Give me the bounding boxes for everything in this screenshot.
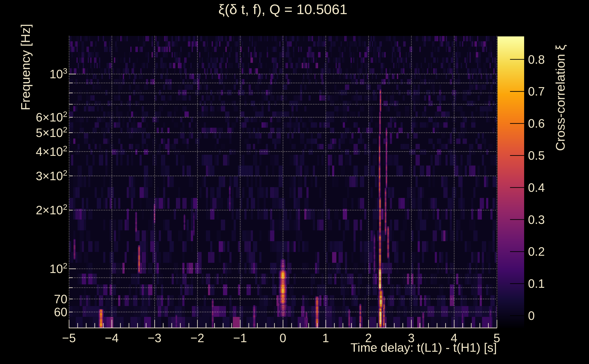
- colorbar-tick-label: 0.3: [528, 213, 545, 226]
- x-tick-label: −5: [62, 331, 76, 345]
- y-tick-exponent: 2: [63, 261, 67, 270]
- plot-title: ξ(δ t, f), Q = 10.5061: [69, 2, 497, 16]
- colorbar-tick-label: 0.5: [528, 149, 545, 162]
- y-tick-label: 102: [50, 262, 67, 276]
- y-tick-label: 5×102: [36, 125, 67, 140]
- x-tick-label: −4: [105, 331, 118, 345]
- x-tick-label: 2: [365, 331, 372, 345]
- y-tick-exponent: 2: [63, 144, 67, 153]
- y-tick-label: 2×102: [36, 203, 67, 217]
- colorbar-tick-label: 0.1: [528, 277, 545, 291]
- x-tick-label: −3: [148, 331, 161, 345]
- colorbar-tick-label: 0: [528, 309, 535, 323]
- x-tick-label: 1: [322, 331, 329, 345]
- y-tick-label: 70: [54, 292, 67, 306]
- x-tick-label: 4: [451, 331, 457, 345]
- y-tick-label: 6×102: [36, 110, 67, 124]
- y-tick-mantissa: 3×10: [36, 169, 63, 183]
- y-tick-label: 4×102: [36, 144, 67, 159]
- y-tick-mantissa: 10: [50, 67, 63, 81]
- x-axis-title: Time delay: t(L1) - t(H1) [s]: [351, 341, 497, 354]
- colorbar-title: Cross-correlation ξ: [554, 45, 567, 151]
- x-tick-label: 5: [493, 331, 500, 345]
- y-tick-mantissa: 2×10: [36, 204, 63, 217]
- colorbar-tick-label: 0.8: [528, 52, 545, 66]
- y-tick-mantissa: 10: [50, 262, 63, 275]
- x-tick-label: −2: [190, 331, 204, 345]
- heatmap-canvas: [0, 0, 589, 364]
- y-tick-mantissa: 60: [54, 305, 67, 318]
- colorbar-tick-label: 0.2: [528, 245, 545, 259]
- y-tick-exponent: 2: [63, 125, 67, 134]
- x-tick-label: 0: [280, 331, 286, 345]
- y-tick-mantissa: 6×10: [36, 110, 63, 124]
- y-tick-mantissa: 5×10: [36, 126, 63, 139]
- y-tick-exponent: 2: [63, 168, 67, 177]
- y-axis-title: Frequency [Hz]: [19, 24, 32, 110]
- y-tick-label: 103: [50, 67, 67, 81]
- y-tick-label: 3×102: [36, 169, 67, 183]
- x-tick-label: 3: [408, 331, 414, 345]
- colorbar-tick-label: 0.4: [528, 180, 545, 194]
- y-tick-label: 60: [54, 305, 67, 319]
- y-tick-exponent: 2: [63, 202, 67, 211]
- colorbar-tick-label: 0.7: [528, 84, 545, 98]
- y-tick-exponent: 3: [63, 66, 67, 75]
- y-tick-mantissa: 4×10: [36, 145, 63, 158]
- y-tick-mantissa: 70: [54, 292, 67, 306]
- x-tick-label: −1: [233, 331, 247, 345]
- y-tick-exponent: 2: [63, 110, 67, 118]
- colorbar-tick-label: 0.6: [528, 117, 545, 130]
